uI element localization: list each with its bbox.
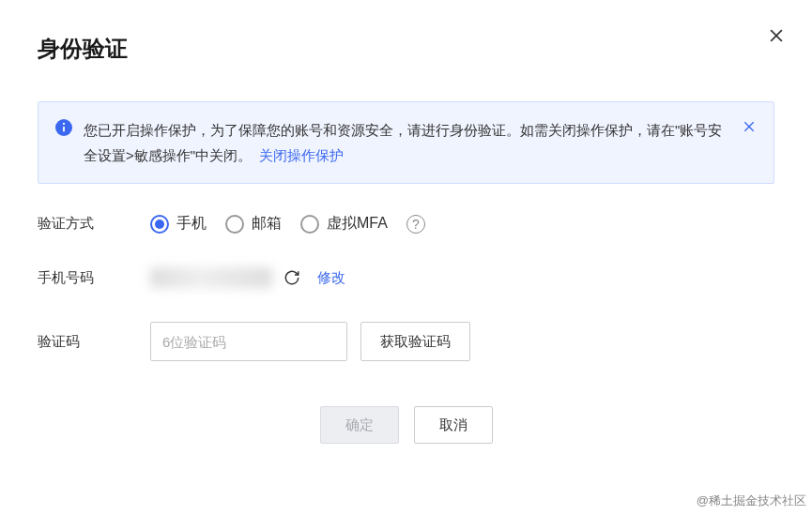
info-icon xyxy=(55,119,72,136)
verification-code-input[interactable] xyxy=(150,322,347,361)
radio-phone[interactable]: 手机 xyxy=(150,214,207,234)
code-label: 验证码 xyxy=(38,333,150,351)
radio-circle xyxy=(300,215,319,234)
radio-mfa-label: 虚拟MFA xyxy=(327,214,388,234)
radio-mfa[interactable]: 虚拟MFA xyxy=(300,214,388,234)
modify-link[interactable]: 修改 xyxy=(317,269,345,287)
help-icon[interactable]: ? xyxy=(406,215,425,234)
phone-label: 手机号码 xyxy=(38,269,150,287)
alert-close-icon[interactable] xyxy=(742,119,757,134)
modal-title: 身份验证 xyxy=(38,34,128,64)
method-row: 验证方式 手机 邮箱 虚拟MFA ? xyxy=(38,214,774,234)
phone-number-masked xyxy=(150,267,272,288)
svg-rect-3 xyxy=(63,127,65,132)
radio-email[interactable]: 邮箱 xyxy=(225,214,282,234)
modal-footer: 确定 取消 xyxy=(38,406,774,444)
radio-circle xyxy=(225,215,244,234)
code-row: 验证码 获取验证码 xyxy=(38,322,774,361)
identity-verification-modal: 身份验证 您已开启操作保护，为了保障您的账号和资源安全，请进行身份验证。如需关闭… xyxy=(0,0,812,466)
alert-content: 您已开启操作保护，为了保障您的账号和资源安全，请进行身份验证。如需关闭操作保护，… xyxy=(84,117,730,168)
get-code-button[interactable]: 获取验证码 xyxy=(360,322,470,361)
radio-dot xyxy=(155,220,164,229)
phone-value-area: 修改 xyxy=(150,267,345,288)
method-label: 验证方式 xyxy=(38,215,150,233)
alert-text: 您已开启操作保护，为了保障您的账号和资源安全，请进行身份验证。如需关闭操作保护，… xyxy=(84,122,722,163)
method-radio-group: 手机 邮箱 虚拟MFA ? xyxy=(150,214,425,234)
radio-phone-label: 手机 xyxy=(176,214,207,234)
radio-circle-selected xyxy=(150,215,169,234)
cancel-button[interactable]: 取消 xyxy=(414,406,493,444)
svg-point-4 xyxy=(63,123,65,125)
modal-header: 身份验证 xyxy=(38,34,774,64)
code-input-group: 获取验证码 xyxy=(150,322,470,361)
watermark: @稀土掘金技术社区 xyxy=(697,492,806,509)
confirm-button[interactable]: 确定 xyxy=(320,406,399,444)
phone-row: 手机号码 修改 xyxy=(38,267,774,288)
radio-email-label: 邮箱 xyxy=(252,214,282,234)
refresh-icon[interactable] xyxy=(283,269,300,286)
close-icon[interactable] xyxy=(767,26,786,45)
disable-protection-link[interactable]: 关闭操作保护 xyxy=(259,147,344,163)
info-alert: 您已开启操作保护，为了保障您的账号和资源安全，请进行身份验证。如需关闭操作保护，… xyxy=(38,101,774,184)
